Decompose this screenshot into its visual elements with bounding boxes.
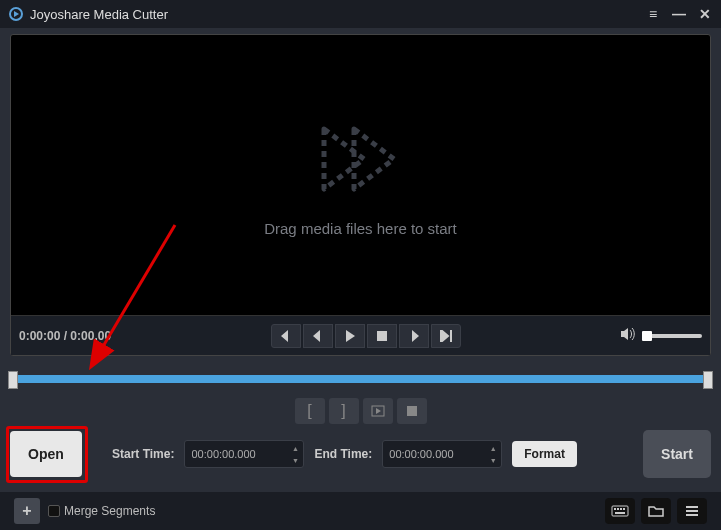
start-time-spinner[interactable]: ▲▼ [288, 442, 302, 466]
svg-rect-3 [407, 406, 417, 416]
drop-zone[interactable]: Drag media files here to start [11, 35, 710, 315]
app-title: Joyoshare Media Cutter [30, 7, 168, 22]
svg-rect-5 [614, 508, 616, 510]
preview-area[interactable]: Drag media files here to start 0:00:00 /… [10, 34, 711, 356]
set-start-button[interactable]: [ [295, 398, 325, 424]
volume-icon[interactable] [620, 327, 636, 345]
stop-button[interactable] [367, 324, 397, 348]
titlebar: Joyoshare Media Cutter ≡ — ✕ [0, 0, 721, 28]
step-forward-button[interactable] [399, 324, 429, 348]
svg-rect-1 [377, 331, 387, 341]
timeline[interactable] [10, 364, 711, 394]
trim-controls: Open Start Time: ▲▼ End Time: ▲▼ Format … [10, 424, 711, 484]
svg-rect-4 [612, 506, 628, 516]
bottom-bar: + Merge Segments [0, 492, 721, 530]
svg-rect-7 [620, 508, 622, 510]
volume-slider[interactable] [642, 334, 702, 338]
end-time-input[interactable] [382, 440, 502, 468]
end-time-label: End Time: [314, 447, 372, 461]
bottom-left: + Merge Segments [14, 498, 155, 524]
svg-rect-10 [686, 506, 698, 508]
checkbox-icon[interactable] [48, 505, 60, 517]
step-back-button[interactable] [303, 324, 333, 348]
end-time-spinner[interactable]: ▲▼ [486, 442, 500, 466]
playback-controls: 0:00:00 / 0:00.00 [11, 315, 710, 355]
app-logo-icon [8, 6, 24, 22]
svg-rect-6 [617, 508, 619, 510]
play-button[interactable] [335, 324, 365, 348]
format-button[interactable]: Format [512, 441, 577, 467]
merge-label: Merge Segments [64, 504, 155, 518]
merge-segments-checkbox[interactable]: Merge Segments [48, 504, 155, 518]
titlebar-left: Joyoshare Media Cutter [8, 6, 168, 22]
drop-text: Drag media files here to start [264, 220, 457, 237]
menu-icon[interactable]: ≡ [645, 6, 661, 22]
list-button[interactable] [677, 498, 707, 524]
start-button[interactable]: Start [643, 430, 711, 478]
timeline-track[interactable] [10, 375, 711, 383]
svg-rect-12 [686, 514, 698, 516]
set-end-button[interactable]: ] [329, 398, 359, 424]
svg-rect-8 [623, 508, 625, 510]
transport-buttons [271, 324, 461, 348]
next-frame-button[interactable] [431, 324, 461, 348]
open-folder-button[interactable] [641, 498, 671, 524]
start-time-label: Start Time: [112, 447, 174, 461]
start-time-input[interactable] [184, 440, 304, 468]
open-button[interactable]: Open [10, 431, 82, 477]
volume-control[interactable] [620, 327, 702, 345]
minimize-button[interactable]: — [671, 6, 687, 22]
placeholder-play-icon [306, 114, 416, 204]
time-display: 0:00:00 / 0:00.00 [19, 329, 111, 343]
bottom-right [605, 498, 707, 524]
prev-frame-button[interactable] [271, 324, 301, 348]
keyboard-shortcuts-button[interactable] [605, 498, 635, 524]
close-button[interactable]: ✕ [697, 6, 713, 22]
svg-rect-11 [686, 510, 698, 512]
cut-segment-button[interactable] [397, 398, 427, 424]
preview-segment-button[interactable] [363, 398, 393, 424]
window-controls: ≡ — ✕ [645, 6, 713, 22]
svg-rect-9 [615, 512, 625, 514]
add-segment-button[interactable]: + [14, 498, 40, 524]
